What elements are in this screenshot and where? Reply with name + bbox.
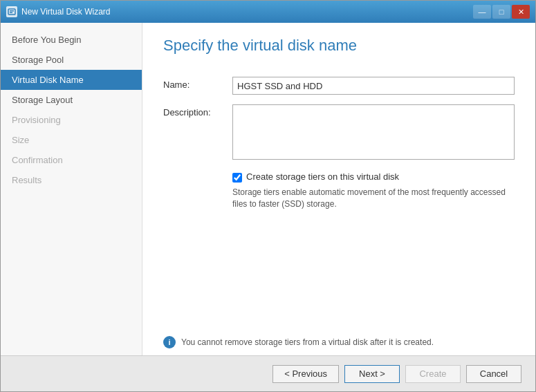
create-button[interactable]: Create [405,365,461,383]
name-row: Name: [163,77,515,95]
name-label: Name: [163,77,232,90]
titlebar-controls: — □ ✕ [473,5,530,19]
content-area: Before You Begin Storage Pool Virtual Di… [1,23,535,355]
sidebar-item-virtual-disk-name[interactable]: Virtual Disk Name [1,70,142,90]
titlebar-left: New Virtual Disk Wizard [6,6,110,17]
previous-button[interactable]: < Previous [272,365,339,383]
description-row: Description: [163,104,515,162]
cancel-button[interactable]: Cancel [466,365,521,383]
sidebar-item-storage-layout[interactable]: Storage Layout [1,90,142,110]
minimize-button[interactable]: — [473,5,491,19]
create-tiers-label[interactable]: Create storage tiers on this virtual dis… [232,171,399,183]
close-button[interactable]: ✕ [512,5,530,19]
name-input[interactable] [232,77,515,95]
info-icon: i [163,336,176,348]
description-input[interactable] [232,104,515,160]
next-button[interactable]: Next > [344,365,400,383]
info-bar: i You cannot remove storage tiers from a… [142,329,535,355]
create-tiers-text: Create storage tiers on this virtual dis… [246,171,399,182]
sidebar-item-storage-pool[interactable]: Storage Pool [1,50,142,70]
svg-rect-1 [10,10,14,12]
form-area: Name: Description: Create st [142,66,535,329]
description-control-wrap [232,104,515,162]
sidebar: Before You Begin Storage Pool Virtual Di… [1,23,142,355]
checkbox-description: Storage tiers enable automatic movement … [163,187,515,210]
titlebar: New Virtual Disk Wizard — □ ✕ [1,1,535,23]
wizard-window: New Virtual Disk Wizard — □ ✕ Before You… [0,0,536,392]
svg-rect-2 [10,12,12,14]
main-header: Specify the virtual disk name [142,23,535,66]
create-tiers-checkbox[interactable] [232,173,242,183]
sidebar-item-provisioning: Provisioning [1,110,142,130]
maximize-button[interactable]: □ [492,5,510,19]
window-title: New Virtual Disk Wizard [21,7,110,17]
checkbox-row: Create storage tiers on this virtual dis… [163,171,515,183]
sidebar-item-confirmation: Confirmation [1,150,142,170]
sidebar-item-size: Size [1,130,142,150]
footer: < Previous Next > Create Cancel [1,355,535,391]
description-label: Description: [163,104,232,118]
name-control-wrap [232,77,515,95]
sidebar-item-results: Results [1,170,142,190]
info-text: You cannot remove storage tiers from a v… [181,337,434,347]
sidebar-item-before-you-begin[interactable]: Before You Begin [1,30,142,50]
app-icon [6,6,17,17]
main-panel: Specify the virtual disk name Name: Desc… [142,23,535,355]
svg-rect-0 [8,9,15,15]
page-title: Specify the virtual disk name [163,37,515,55]
